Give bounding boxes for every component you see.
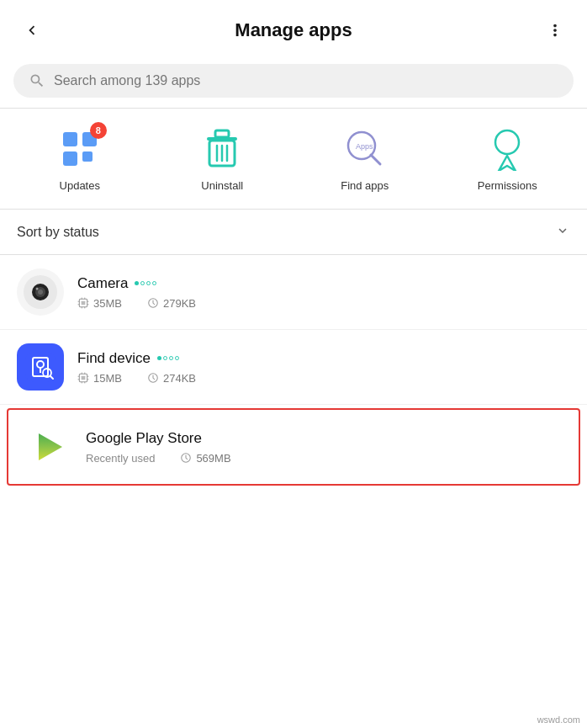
search-container (0, 57, 587, 108)
find-device-app-info: Find device 15MB 274KB (77, 350, 570, 385)
svg-text:Apps: Apps (356, 142, 373, 151)
find-apps-label: Find apps (341, 179, 389, 192)
svg-point-18 (38, 290, 43, 295)
find-device-app-icon (17, 343, 64, 391)
camera-status-dots (135, 281, 156, 285)
quick-action-permissions[interactable]: Permissions (473, 125, 541, 192)
app-list: Camera 35MB 279KB (0, 255, 587, 486)
quick-action-uninstall[interactable]: Uninstall (188, 125, 256, 192)
clock-icon (147, 297, 159, 309)
camera-meta-storage: 35MB (77, 297, 122, 310)
search-icon (29, 72, 45, 89)
cpu-icon (77, 297, 89, 309)
page-title: Manage apps (47, 19, 540, 41)
cpu-icon-2 (77, 372, 89, 384)
permissions-icon (484, 125, 531, 173)
play-store-cache-value: 569MB (196, 452, 230, 465)
search-bar[interactable] (13, 64, 574, 98)
find-device-cache-value: 274KB (163, 372, 196, 385)
more-options-button[interactable] (540, 15, 570, 45)
camera-app-info: Camera 35MB 279KB (77, 275, 570, 310)
play-store-meta-cache: 569MB (180, 452, 230, 465)
camera-app-icon (17, 268, 64, 316)
svg-point-13 (495, 130, 519, 154)
quick-actions-row: 8 Updates Uninstall Apps (0, 109, 587, 209)
play-store-app-name: Google Play Store (86, 430, 202, 447)
app-item-camera[interactable]: Camera 35MB 279KB (0, 255, 587, 330)
quick-action-updates[interactable]: 8 Updates (46, 125, 114, 192)
find-device-app-name: Find device (77, 350, 151, 367)
quick-action-find-apps[interactable]: Apps Find apps (331, 125, 399, 192)
uninstall-icon (198, 125, 246, 173)
camera-storage-value: 35MB (93, 297, 122, 310)
sort-row[interactable]: Sort by status (0, 210, 587, 254)
watermark: wswd.com (537, 715, 580, 725)
app-header: Manage apps (0, 0, 587, 57)
svg-rect-38 (82, 376, 86, 380)
svg-rect-2 (63, 151, 77, 166)
find-device-status-dots (157, 356, 179, 360)
play-store-app-info: Google Play Store Recently used 569MB (86, 430, 562, 465)
svg-marker-48 (39, 433, 62, 460)
updates-badge: 8 (90, 122, 107, 139)
svg-rect-0 (63, 132, 77, 146)
svg-marker-14 (499, 156, 516, 171)
search-input[interactable] (54, 73, 558, 88)
camera-cache-value: 279KB (163, 297, 196, 310)
svg-line-12 (371, 155, 380, 164)
svg-point-19 (36, 288, 39, 290)
find-apps-icon: Apps (341, 125, 389, 173)
find-device-meta-cache: 274KB (147, 372, 196, 385)
app-item-find-device[interactable]: Find device 15MB 274KB (0, 330, 587, 405)
camera-meta-cache: 279KB (147, 297, 196, 310)
sort-label: Sort by status (17, 225, 99, 240)
svg-rect-3 (82, 151, 93, 162)
play-store-recently-used: Recently used (86, 452, 155, 465)
camera-app-name: Camera (77, 275, 128, 292)
find-device-meta-storage: 15MB (77, 372, 122, 385)
play-store-app-icon (25, 423, 72, 470)
uninstall-label: Uninstall (201, 179, 243, 192)
back-button[interactable] (17, 15, 47, 45)
app-item-google-play-store[interactable]: Google Play Store Recently used 569MB (7, 408, 580, 486)
updates-icon: 8 (56, 125, 103, 173)
permissions-label: Permissions (478, 179, 537, 192)
updates-label: Updates (60, 179, 100, 192)
chevron-down-icon (555, 223, 570, 241)
clock-icon-3 (180, 452, 192, 464)
find-device-storage-value: 15MB (93, 372, 122, 385)
svg-rect-5 (215, 130, 229, 137)
svg-rect-21 (82, 301, 86, 306)
clock-icon-2 (147, 372, 159, 384)
